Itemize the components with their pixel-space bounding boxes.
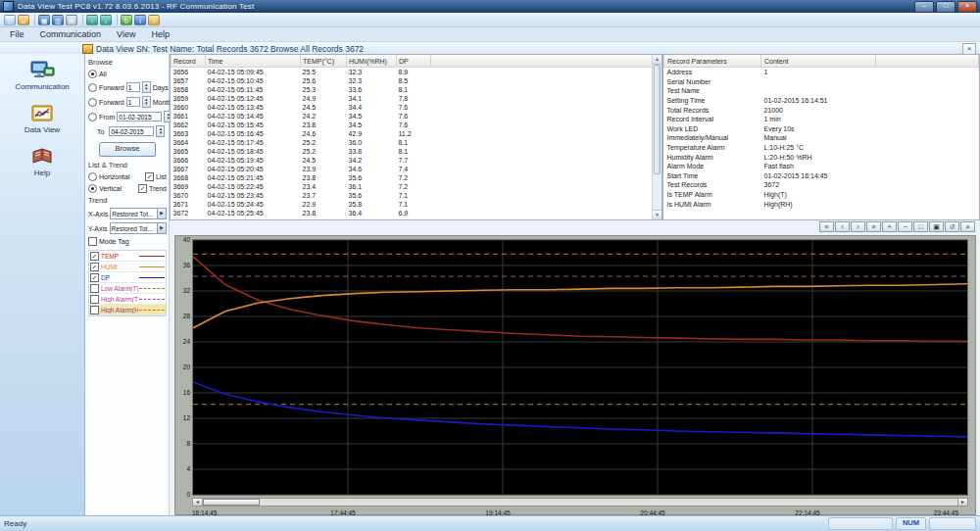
legend-checkbox[interactable]: [90, 306, 99, 314]
legend-checkbox[interactable]: ✓: [90, 252, 99, 261]
radio-horizontal[interactable]: [88, 172, 97, 181]
params-row[interactable]: Test Records3672: [664, 180, 979, 190]
chart-toolbar-button-2[interactable]: ›: [851, 221, 865, 232]
scroll-right-icon[interactable]: ►: [957, 499, 967, 506]
from-date-input[interactable]: [117, 112, 162, 121]
legend-row-high-alarm-h-[interactable]: High Alarm(H): [89, 305, 166, 315]
chart-toolbar-button-0[interactable]: «: [819, 221, 834, 232]
radio-forward-months-control[interactable]: [88, 98, 97, 107]
scroll-up-icon[interactable]: ▲: [653, 55, 662, 65]
radio-all[interactable]: All: [88, 70, 167, 78]
open-icon[interactable]: ▱: [18, 15, 29, 25]
scroll-down-icon[interactable]: ▼: [653, 210, 662, 219]
forward-months-input[interactable]: [126, 97, 140, 107]
params-row[interactable]: Record Interval1 min: [664, 115, 979, 124]
params-row[interactable]: Start Time01-02-2015 16:14:45: [664, 171, 979, 181]
checkbox-trend[interactable]: ✓: [138, 184, 147, 193]
refresh-icon[interactable]: ↻: [121, 15, 132, 25]
table-row[interactable]: 366604-02-15 05:19:4524.534.27.7: [172, 156, 655, 165]
scroll-left-icon[interactable]: ◄: [193, 499, 203, 506]
forward-months-spinner[interactable]: ▴▾: [142, 96, 151, 108]
radio-forward-days-control[interactable]: [88, 83, 97, 92]
sidebar-item-data-view[interactable]: Data View: [0, 103, 84, 134]
params-row[interactable]: Test Name: [664, 86, 979, 96]
legend-checkbox[interactable]: [90, 284, 99, 293]
table-row[interactable]: 366004-02-15 05:13:4524.534.47.6: [172, 103, 655, 112]
chart-toolbar-button-4[interactable]: +: [882, 221, 897, 232]
legend-row-humi[interactable]: ✓HUMI: [89, 262, 166, 272]
to-date-input[interactable]: [109, 126, 154, 136]
save-icon[interactable]: ▦: [38, 15, 50, 25]
chart-toolbar-button-6[interactable]: □: [913, 221, 928, 232]
params-row[interactable]: Setting Time01-02-2015 16:14:51: [664, 96, 979, 106]
legend-row-dp[interactable]: ✓DP: [89, 272, 166, 283]
maximize-button[interactable]: □: [936, 1, 956, 13]
x-axis-select[interactable]: Restored Tot... ▶: [110, 208, 167, 219]
table-row[interactable]: 367104-02-15 05:24:4522.935.87.1: [172, 200, 655, 209]
table-row[interactable]: 365904-02-15 05:12:4524.934.17.8: [172, 94, 655, 103]
table-row[interactable]: 366304-02-15 05:16:4524.642.911.2: [172, 129, 655, 138]
radio-all-control[interactable]: [88, 70, 97, 78]
y-axis-select[interactable]: Restored Tot... ▶: [110, 222, 167, 234]
legend-row-temp[interactable]: ✓TEMP: [89, 251, 166, 262]
table-row[interactable]: 366904-02-15 05:22:4523.436.17.2: [172, 182, 655, 191]
chart-toolbar-button-7[interactable]: ▣: [929, 221, 944, 232]
chart-toolbar-button-8[interactable]: ↺: [945, 221, 959, 232]
table-row[interactable]: 366204-02-15 05:15:4523.834.57.6: [172, 121, 655, 129]
legend-row-high-alarm-t-[interactable]: High Alarm(T): [89, 294, 166, 305]
params-row[interactable]: Address1: [664, 68, 979, 77]
legend-checkbox[interactable]: ✓: [90, 263, 99, 271]
table-row[interactable]: 367004-02-15 05:23:4523.735.67.1: [172, 191, 655, 200]
menu-item-file[interactable]: File: [2, 29, 32, 39]
tab-data-view[interactable]: Data View SN: Test Name: Total Records 3…: [82, 44, 364, 54]
table-vertical-scrollbar[interactable]: ▲ ▼: [652, 55, 662, 219]
table-row[interactable]: 366804-02-15 05:21:4523.835.67.2: [172, 173, 655, 182]
download-icon[interactable]: ↓: [100, 15, 112, 25]
browse-button[interactable]: Browse: [99, 142, 156, 157]
chart-toolbar-button-9[interactable]: ×: [960, 221, 975, 232]
params-column-header[interactable]: Content: [761, 55, 876, 68]
legend-row-low-alarm-t-[interactable]: Low Alarm(T): [89, 283, 166, 294]
params-row[interactable]: Serial Number: [664, 77, 979, 87]
params-row[interactable]: Alarm ModeFast flash: [664, 162, 979, 171]
table-row[interactable]: 366404-02-15 05:17:4525.236.08.1: [172, 138, 655, 147]
table-row[interactable]: 365604-02-15 05:09:4525.532.38.9: [172, 68, 655, 77]
trend-chart-plot[interactable]: [192, 239, 968, 496]
forward-days-spinner[interactable]: ▴▾: [142, 81, 151, 93]
params-row[interactable]: Humidity AlarmL:20-H:50 %RH: [664, 152, 979, 162]
new-icon[interactable]: ▯: [4, 15, 16, 25]
params-column-header[interactable]: Record Parameters: [664, 55, 761, 68]
table-row[interactable]: 366704-02-15 05:20:4523.934.67.4: [172, 165, 655, 173]
params-row[interactable]: Is TEMP AlarmHigh(T): [664, 190, 979, 200]
radio-vertical[interactable]: [88, 184, 97, 193]
column-header[interactable]: Record: [172, 55, 206, 68]
to-date-spinner[interactable]: ▴▾: [156, 125, 165, 137]
menu-item-help[interactable]: Help: [143, 29, 177, 39]
table-row[interactable]: 366504-02-15 05:18:4525.233.88.1: [172, 147, 655, 156]
forward-days-input[interactable]: [126, 82, 140, 92]
chart-horizontal-scrollbar[interactable]: ◄ ►: [192, 498, 968, 507]
table-row[interactable]: 365704-02-15 05:10:4525.632.38.5: [172, 76, 655, 85]
params-row[interactable]: Temperature AlarmL:10-H:25 °C: [664, 143, 979, 153]
chart-toolbar-button-3[interactable]: »: [866, 221, 881, 232]
upload-icon[interactable]: ↑: [86, 15, 98, 25]
scrollbar-thumb[interactable]: [654, 65, 661, 174]
sidebar-item-help[interactable]: Help: [0, 146, 84, 177]
column-header[interactable]: DP: [397, 55, 431, 68]
menu-item-view[interactable]: View: [109, 29, 143, 39]
legend-checkbox[interactable]: ✓: [90, 273, 99, 282]
legend-checkbox[interactable]: [90, 295, 99, 304]
column-header[interactable]: TEMP(°C): [301, 55, 347, 68]
params-row[interactable]: Immediately/ManualManual: [664, 133, 979, 143]
radio-from[interactable]: From ▴▾: [88, 111, 167, 122]
table-row[interactable]: 365804-02-15 05:11:4525.333.68.1: [172, 85, 655, 94]
checkbox-mode-tag[interactable]: [88, 237, 97, 246]
sidebar-item-communication[interactable]: Communication: [0, 60, 84, 91]
checkbox-list[interactable]: ✓: [145, 172, 154, 181]
radio-forward-months[interactable]: Forward ▴▾ Months: [88, 96, 167, 108]
column-header[interactable]: HUMI(%RH): [347, 55, 397, 68]
params-row[interactable]: Work LEDEvery 10s: [664, 124, 979, 134]
help-icon[interactable]: ?: [148, 15, 160, 25]
close-button[interactable]: ×: [957, 1, 977, 13]
chart-toolbar-button-1[interactable]: ‹: [835, 221, 850, 232]
